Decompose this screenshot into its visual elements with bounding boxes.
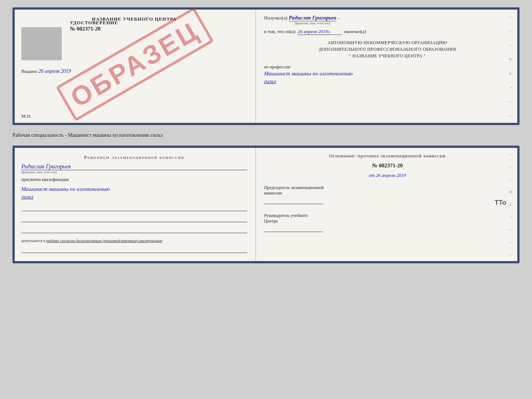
udostoverenie-block: УДОСТОВЕРЕНИЕ № 002371-20 xyxy=(70,20,118,32)
kvali-block: Машинист машины по изготовлению гильз xyxy=(21,185,247,201)
vydano-label: Выдано xyxy=(21,68,37,74)
ot-date: 26 апреля 2019 xyxy=(376,172,406,178)
predsedatel-line1: Председатель экзаменационной xyxy=(264,185,511,190)
bottom-handwritten-name: Радислав Григорьев xyxy=(21,163,247,170)
ot-date-block: от 26 апреля 2019 xyxy=(264,172,511,178)
underline-3 xyxy=(21,227,247,233)
rukovoditel-line1: Руководитель учебного xyxy=(264,213,511,218)
org-block: АВТОНОМНУЮ НЕКОММЕРЧЕСКУЮ ОРГАНИЗАЦИЮ ДО… xyxy=(264,39,511,59)
poluchil-name: Радислав Григорьев xyxy=(289,15,336,21)
vtom-date: 26 апреля 2019г. xyxy=(298,29,342,35)
bottom-right-dashes: – – – и а ← – – – xyxy=(509,148,514,261)
predsedatel-sign-line xyxy=(264,197,323,204)
poluchil-prefix: Получил(а) xyxy=(264,15,287,21)
po-professii: по профессии xyxy=(264,64,511,70)
osnovanie-title: Основание: протокол экзаменационной коми… xyxy=(264,153,511,159)
fio-hint-top: (фамилия, имя, отчество) xyxy=(289,21,336,25)
org-line1: АВТОНОМНУЮ НЕКОММЕРЧЕСКУЮ ОРГАНИЗАЦИЮ xyxy=(264,39,511,46)
dopuskaetsya-block: допускается к работе согласно должностны… xyxy=(21,238,247,243)
bottom-document: Решением экзаменационной комиссии Радисл… xyxy=(12,146,520,263)
rukovoditel-block: Руководитель учебного Центра xyxy=(264,213,511,234)
profession-text2: гильз xyxy=(264,78,511,85)
dopuskaetsya-text: работе согласно должностным (производств… xyxy=(46,238,162,243)
right-side-dashes: – – – и а ← – – xyxy=(509,10,514,123)
underline-2 xyxy=(21,215,247,222)
ot-prefix: от xyxy=(369,172,375,178)
rukovoditel-sign-line xyxy=(264,225,323,232)
photo-placeholder xyxy=(21,27,62,60)
udostoverenie-number: № 002371-20 xyxy=(70,26,118,32)
predsedatel-line2: комиссии xyxy=(264,190,511,196)
prisvoena-label: присвоена квалификация xyxy=(21,177,247,182)
stamp-area: УДОСТОВЕРЕНИЕ № 002371-20 Выдано 26 апре… xyxy=(21,27,247,74)
poluchil-line: Получил(а) Радислав Григорьев (фамилия, … xyxy=(264,15,511,25)
tto-label: TTo xyxy=(495,199,506,207)
protocol-number: № 002371-20 xyxy=(264,163,511,169)
vtom-line: в том, что он(а) 26 апреля 2019г. окончи… xyxy=(264,29,511,35)
org-name: " НАЗВАНИЕ УЧЕБНОГО ЦЕНТРА " xyxy=(264,53,511,59)
bottom-name-block: Радислав Григорьев (фамилия, имя, отчест… xyxy=(21,163,247,174)
kvali-text2: гильз xyxy=(21,193,247,201)
bottom-fio-hint: (фамилия, имя, отчество) xyxy=(21,170,247,174)
dopuskaetsya-prefix: допускается к xyxy=(21,238,45,243)
vydano-line: Выдано 26 апреля 2019 xyxy=(21,68,71,74)
top-left-title: НАЗВАНИЕ УЧЕБНОГО ЦЕНТРА xyxy=(21,16,247,22)
kvali-text: Машинист машины по изготовлению xyxy=(21,185,247,193)
profession-block: по профессии Машинист машины по изготовл… xyxy=(264,64,511,85)
vtom-prefix: в том, что он(а) xyxy=(264,29,296,35)
top-doc-left: НАЗВАНИЕ УЧЕБНОГО ЦЕНТРА УДОСТОВЕРЕНИЕ №… xyxy=(15,10,256,123)
udostoverenie-label: УДОСТОВЕРЕНИЕ xyxy=(70,20,118,26)
bottom-doc-right: Основание: протокол экзаменационной коми… xyxy=(256,148,517,261)
vydano-date: 26 апреля 2019 xyxy=(39,68,71,74)
org-line2: ДОПОЛНИТЕЛЬНОГО ПРОФЕССИОНАЛЬНОГО ОБРАЗО… xyxy=(264,46,511,53)
profession-text: Машинист машины по изготовлению xyxy=(264,70,511,78)
predsedatel-block: Председатель экзаменационной комиссии xyxy=(264,185,511,206)
underline-4 xyxy=(21,246,247,253)
resheniem-title: Решением экзаменационной комиссии xyxy=(21,154,247,160)
rukovoditel-line2: Центра xyxy=(264,218,511,224)
top-document: НАЗВАНИЕ УЧЕБНОГО ЦЕНТРА УДОСТОВЕРЕНИЕ №… xyxy=(12,7,520,125)
dash-after-name: – xyxy=(338,15,340,21)
okoncil-suffix: окончил(а) xyxy=(344,29,366,35)
underline-1 xyxy=(21,204,247,211)
subtitle-line: Рабочая специальность - Машинист машины … xyxy=(12,132,520,139)
bottom-doc-left: Решением экзаменационной комиссии Радисл… xyxy=(15,148,256,261)
top-doc-right: Получил(а) Радислав Григорьев (фамилия, … xyxy=(256,10,517,123)
mp-label: М.П. xyxy=(21,113,31,119)
